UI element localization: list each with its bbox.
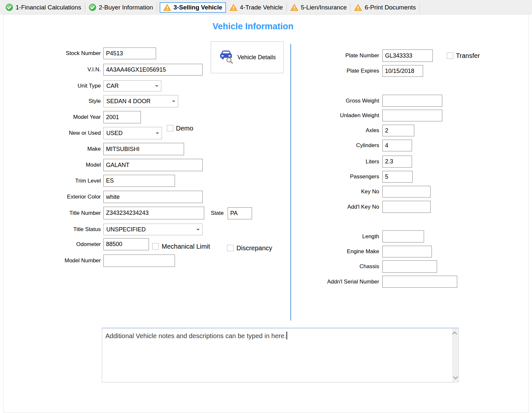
tab-trade-vehicle[interactable]: 4-Trade Vehicle: [227, 3, 285, 12]
axles-input[interactable]: [382, 125, 414, 136]
tab-label: 6-Print Documents: [365, 4, 416, 11]
cylinders-label: Cylinders: [280, 140, 379, 151]
chevron-down-icon: [156, 132, 159, 134]
chevron-down-icon: [196, 229, 200, 230]
liters-label: Liters: [280, 156, 379, 168]
vehicle-details-button[interactable]: Vehicle Details: [211, 41, 284, 73]
tab-separator: [419, 3, 420, 12]
tab-financial-calculations[interactable]: 1-Financial Calculations: [3, 3, 84, 12]
tab-label: 3-Selling Vehicle: [174, 4, 222, 11]
unladen-weight-label: Unladen Weight: [280, 110, 379, 121]
tab-lien-insurance[interactable]: 5-Lien/Insurance: [288, 3, 349, 12]
status-complete-icon: [6, 4, 13, 11]
text-cursor: [286, 332, 287, 339]
addnl-serial-number-input[interactable]: [382, 276, 457, 288]
vehicle-notes-text: Additional Vehicle notes and description…: [105, 332, 286, 339]
status-warning-icon: [290, 4, 298, 11]
engine-make-label: Engine Make: [280, 246, 379, 257]
unit-type-value: CAR: [106, 83, 119, 89]
plate-expires-input[interactable]: [382, 65, 423, 77]
cylinders-input[interactable]: [382, 140, 412, 151]
demo-checkbox[interactable]: [167, 125, 173, 131]
liters-input[interactable]: [382, 156, 412, 168]
tab-selling-vehicle[interactable]: 3-Selling Vehicle: [160, 2, 226, 13]
status-warning-icon: [230, 4, 237, 11]
chevron-down-icon: [453, 374, 458, 379]
car-search-icon: [219, 49, 233, 65]
scroll-up-button[interactable]: [452, 330, 458, 337]
key-no-input[interactable]: [382, 186, 431, 198]
tab-label: 4-Trade Vehicle: [240, 4, 283, 11]
odometer-input[interactable]: [103, 238, 149, 250]
model-year-input[interactable]: [103, 111, 141, 123]
make-label: Make: [0, 143, 101, 155]
status-warning-icon: [163, 4, 171, 11]
passengers-label: Passengers: [280, 171, 379, 183]
mechanical-limit-checkbox-label: Mechanical Limit: [162, 242, 210, 251]
title-status-select[interactable]: UNSPECIFIED: [103, 224, 203, 235]
plate-number-label: Plate Number: [280, 49, 379, 62]
status-warning-icon: [354, 4, 362, 11]
new-or-used-select[interactable]: USED: [103, 127, 162, 139]
wizard-tab-bar: 1-Financial Calculations 2-Buyer Informa…: [0, 0, 532, 15]
trim-level-input[interactable]: [103, 175, 175, 187]
engine-make-input[interactable]: [382, 246, 432, 257]
new-or-used-label: New or Used: [0, 127, 101, 139]
gross-weight-label: Gross Weight: [280, 95, 379, 107]
tab-label: 2-Buyer Information: [99, 4, 153, 11]
addl-key-no-input[interactable]: [382, 201, 431, 213]
style-select[interactable]: SEDAN 4 DOOR: [103, 95, 178, 107]
unit-type-label: Unit Type: [0, 80, 101, 91]
trim-level-label: Trim Level: [0, 175, 101, 187]
page-title: Vehicle Information: [0, 21, 506, 32]
stock-number-input[interactable]: [103, 48, 156, 59]
length-input[interactable]: [382, 230, 424, 242]
chassis-input[interactable]: [382, 260, 437, 273]
passengers-input[interactable]: [382, 171, 413, 183]
unit-type-select[interactable]: CAR: [103, 80, 161, 91]
gross-weight-input[interactable]: [382, 95, 442, 107]
tab-buyer-information[interactable]: 2-Buyer Information: [86, 3, 155, 12]
notes-scrollbar[interactable]: [452, 329, 458, 382]
model-number-label: Model Number: [0, 255, 101, 267]
scroll-down-button[interactable]: [452, 374, 458, 381]
chassis-label: Chassis: [280, 260, 379, 273]
style-label: Style: [0, 95, 101, 107]
tab-separator: [85, 3, 85, 12]
vin-label: V.I.N.: [0, 64, 101, 76]
plate-expires-label: Plate Expires: [280, 65, 379, 77]
model-year-label: Model Year: [0, 111, 101, 123]
state-label: State: [182, 207, 224, 219]
exterior-color-label: Exterior Color: [0, 191, 101, 203]
vehicle-notes-textarea[interactable]: Additional Vehicle notes and description…: [102, 328, 459, 382]
plate-number-input[interactable]: [382, 49, 433, 62]
model-number-input[interactable]: [103, 255, 175, 267]
state-input[interactable]: [228, 207, 252, 219]
odometer-label: Odometer: [0, 238, 101, 250]
new-or-used-value: USED: [106, 130, 123, 137]
title-status-label: Title Status: [0, 224, 101, 235]
key-no-label: Key No: [280, 186, 379, 198]
model-input[interactable]: [103, 159, 203, 171]
vin-input[interactable]: [103, 64, 203, 76]
make-input[interactable]: [103, 143, 184, 155]
tab-label: 5-Lien/Insurance: [301, 4, 347, 11]
addl-key-no-label: Add'l Key No: [280, 201, 379, 213]
transfer-checkbox-label: Transfer: [456, 51, 480, 60]
transfer-checkbox[interactable]: [447, 52, 453, 59]
demo-checkbox-label: Demo: [176, 124, 193, 132]
axles-label: Axles: [280, 125, 379, 136]
tab-separator: [286, 3, 287, 12]
mechanical-limit-checkbox[interactable]: [152, 243, 159, 250]
tab-separator: [157, 3, 157, 12]
chevron-up-icon: [452, 331, 457, 337]
tab-separator: [350, 3, 351, 12]
unladen-weight-input[interactable]: [382, 110, 442, 121]
addnl-serial-number-label: Addn'l Serial Number: [280, 276, 379, 288]
tab-label: 1-Financial Calculations: [16, 4, 81, 11]
tab-print-documents[interactable]: 6-Print Documents: [352, 3, 418, 12]
chevron-down-icon: [155, 85, 158, 87]
discrepancy-checkbox[interactable]: [227, 245, 233, 251]
chevron-down-icon: [172, 101, 175, 102]
exterior-color-input[interactable]: [103, 191, 203, 203]
